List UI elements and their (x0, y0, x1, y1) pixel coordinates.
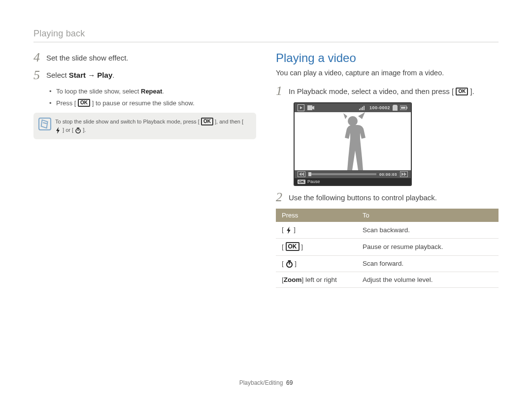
text-bold: Start → Play (69, 71, 112, 79)
text: ] or [ (61, 127, 75, 133)
text: In Playback mode, select a video, and th… (289, 87, 456, 95)
progress-track (308, 173, 376, 175)
press-cell: [ ] (276, 222, 357, 238)
controls-table: Press To [ ] Scan backward. [ OK ] Pause… (276, 209, 499, 287)
video-preview: 100-0002 00:00:03 (294, 102, 412, 186)
preview-hint: OK Pause (295, 178, 411, 185)
signal-icon (359, 105, 367, 110)
ok-icon: OK (286, 242, 299, 251)
left-column: 4 Set the slide show effect. 5 Select St… (33, 51, 256, 288)
play-mode-icon (298, 104, 304, 111)
svg-rect-5 (364, 106, 365, 110)
step-text: In Playback mode, select a video, and th… (289, 85, 499, 97)
step-4: 4 Set the slide show effect. (33, 51, 256, 64)
step-5: 5 Select Start → Play. (33, 69, 256, 82)
note-box: To stop the slide show and switch to Pla… (33, 113, 256, 139)
svg-rect-4 (362, 107, 363, 110)
svg-rect-3 (361, 108, 362, 110)
text: ], and then [ (213, 119, 243, 124)
text: Press [ (56, 99, 78, 107)
svg-rect-1 (307, 105, 312, 110)
step5-bullets: To loop the slide show, select Repeat. P… (48, 87, 256, 108)
table-header-row: Press To (276, 209, 499, 222)
table-header: To (357, 209, 499, 222)
text: ] left or right (302, 276, 337, 283)
time-code: 00:00:03 (379, 172, 397, 177)
text: . (112, 71, 114, 79)
bullet: To loop the slide show, select Repeat. (48, 87, 256, 96)
table-row: [ ] Scan forward. (276, 255, 499, 272)
ok-icon: OK (78, 99, 90, 107)
file-number: 100-0002 (369, 105, 390, 110)
press-cell: [ ] (276, 255, 357, 272)
table-header: Press (276, 209, 357, 222)
forward-icon (400, 171, 408, 177)
footer-section: Playback/Editing (239, 379, 283, 386)
right-column: Playing a video You can play a video, ca… (276, 51, 499, 288)
intro-text: You can play a video, capture an image f… (276, 68, 499, 78)
svg-rect-2 (359, 109, 360, 110)
flash-icon (286, 226, 292, 234)
svg-point-9 (348, 116, 358, 126)
svg-rect-8 (406, 107, 407, 109)
page-number: 69 (286, 379, 293, 386)
page-header: Playing back (33, 29, 499, 42)
ok-icon: OK (201, 118, 213, 125)
step-1: 1 In Playback mode, select a video, and … (276, 85, 499, 97)
press-cell: [ OK ] (276, 238, 357, 255)
card-icon (393, 105, 398, 111)
to-cell: Pause or resume playback. (357, 238, 499, 255)
to-cell: Scan forward. (357, 255, 499, 272)
text: ] to pause or resume the slide show. (90, 99, 195, 107)
text: To loop the slide show, select (56, 88, 141, 95)
step-number: 4 (33, 51, 46, 64)
preview-status-bar: 100-0002 (295, 103, 411, 112)
page-footer: Playback/Editing 69 (0, 379, 532, 386)
preview-body (295, 112, 411, 170)
person-silhouette (331, 112, 375, 170)
svg-rect-7 (401, 107, 405, 109)
ok-icon: OK (456, 88, 468, 95)
text: ]. (468, 87, 474, 95)
text: To stop the slide show and switch to Pla… (55, 119, 201, 124)
step-number: 5 (33, 69, 46, 82)
timer-icon (286, 260, 293, 268)
preview-controls: 00:00:03 (295, 170, 411, 178)
text-bold: Repeat (141, 88, 162, 95)
step-number: 2 (276, 191, 289, 204)
ok-icon: OK (298, 180, 305, 184)
table-row: [ OK ] Pause or resume playback. (276, 238, 499, 255)
note-icon (38, 118, 51, 130)
press-cell: [Zoom] left or right (276, 272, 357, 287)
table-row: [Zoom] left or right Adjust the volume l… (276, 272, 499, 287)
hint-text: Pause (307, 179, 320, 184)
battery-icon (400, 105, 408, 110)
text: Select (46, 71, 69, 79)
step-text: Use the following buttons to control pla… (289, 191, 499, 204)
text: . (162, 88, 164, 95)
step-text: Select Start → Play. (46, 69, 256, 82)
step-text: Set the slide show effect. (46, 51, 256, 64)
flash-icon (55, 127, 61, 134)
text: ]. (81, 127, 86, 133)
step-2: 2 Use the following buttons to control p… (276, 191, 499, 204)
to-cell: Adjust the volume level. (357, 272, 499, 287)
table-row: [ ] Scan backward. (276, 222, 499, 238)
bullet: Press [ OK ] to pause or resume the slid… (48, 98, 256, 108)
video-icon (307, 105, 314, 110)
text-bold: Zoom (284, 276, 302, 283)
timer-icon (75, 127, 81, 134)
step-number: 1 (276, 85, 289, 97)
rewind-icon (298, 171, 305, 177)
section-title: Playing a video (276, 51, 499, 65)
to-cell: Scan backward. (357, 222, 499, 238)
